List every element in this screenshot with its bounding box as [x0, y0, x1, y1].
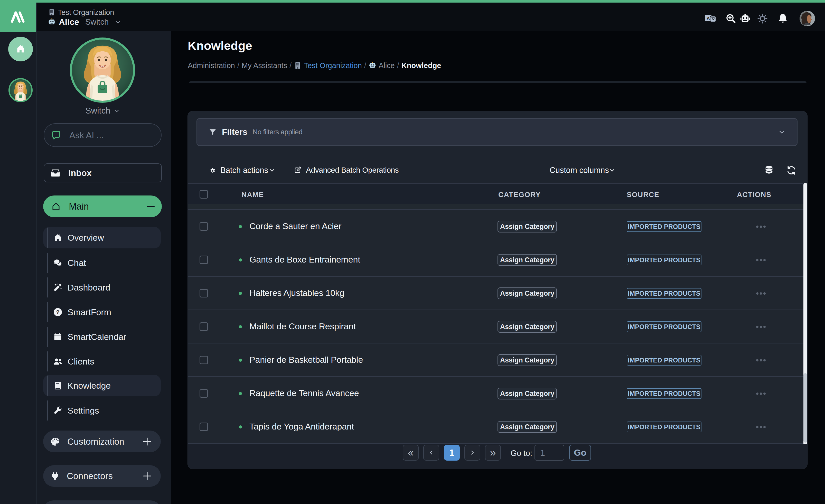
- svg-text:A: A: [706, 16, 710, 21]
- svg-text:?: ?: [56, 309, 60, 315]
